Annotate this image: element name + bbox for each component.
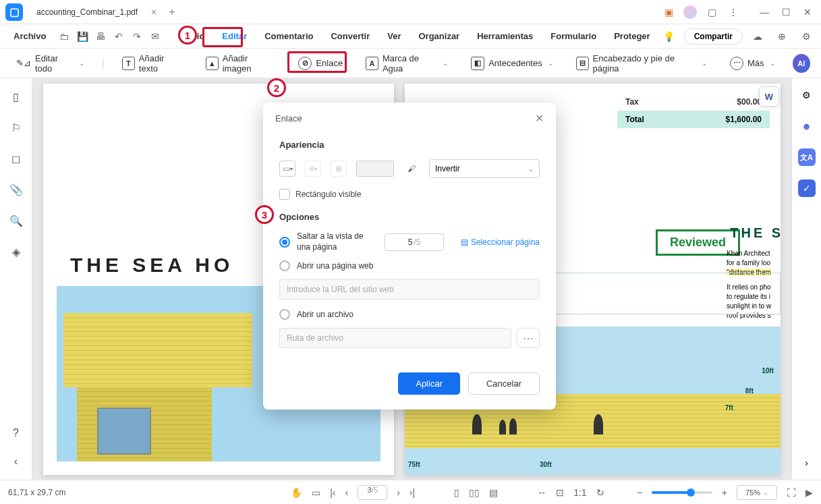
menu-ver[interactable]: Ver xyxy=(379,27,409,45)
width-input[interactable] xyxy=(356,161,394,177)
more-button[interactable]: ⋯ Más ⌄ xyxy=(725,53,781,74)
right-sidebar: ⚙ ☻ 文A ✓ › xyxy=(791,78,821,480)
translate-icon[interactable]: 文A xyxy=(798,148,816,166)
line-style-button[interactable]: ≡▾ xyxy=(305,161,321,177)
jump-page-option[interactable]: Saltar a la vista de una página 5/5 ▤ Se… xyxy=(279,231,540,252)
open-file-radio[interactable] xyxy=(279,309,290,320)
attachments-icon[interactable]: 📎 xyxy=(9,182,24,197)
next-page-icon[interactable]: › xyxy=(397,487,400,498)
help-icon[interactable]: ? xyxy=(9,426,24,441)
fit-page-icon[interactable]: ⊡ xyxy=(556,487,564,498)
thumbnails-icon[interactable]: ▯ xyxy=(9,89,24,104)
jump-page-radio[interactable] xyxy=(279,237,290,248)
properties-icon[interactable]: ⚙ xyxy=(798,86,816,104)
close-tab-icon[interactable]: × xyxy=(151,7,157,18)
single-page-icon[interactable]: ▯ xyxy=(454,487,459,498)
app-logo[interactable]: ▢ xyxy=(5,3,23,21)
actual-size-icon[interactable]: 1:1 xyxy=(573,487,586,498)
settings-icon[interactable]: ⚙ xyxy=(798,28,814,45)
undo-icon[interactable]: ↶ xyxy=(112,28,126,45)
zoom-slider[interactable] xyxy=(652,491,712,494)
menu-editar[interactable]: Editar xyxy=(214,27,255,45)
sync-icon[interactable]: ⊕ xyxy=(774,28,790,45)
hand-tool-icon[interactable]: ✋ xyxy=(291,487,302,498)
header-footer-button[interactable]: ⊟ Encabezado y pie de página ⌄ xyxy=(571,49,712,78)
ai-button[interactable]: AI xyxy=(793,54,810,73)
page-number-input[interactable]: 5/5 xyxy=(385,233,444,251)
rotate-icon[interactable]: ↻ xyxy=(596,487,604,498)
menu-proteger[interactable]: Proteger xyxy=(606,27,658,45)
minimize-button[interactable]: — xyxy=(756,4,772,20)
presentation-icon[interactable]: ▶ xyxy=(805,487,813,498)
zoom-select[interactable]: 75%⌄ xyxy=(737,485,777,500)
layers-icon[interactable]: ◈ xyxy=(9,244,24,259)
prev-page-icon[interactable]: ‹ xyxy=(345,487,349,498)
comments-icon[interactable]: ◻ xyxy=(9,151,24,166)
check-icon[interactable]: ✓ xyxy=(798,179,816,197)
add-text-button[interactable]: T Añadir texto xyxy=(117,49,188,78)
zoom-in-icon[interactable]: + xyxy=(722,487,727,498)
menu-archivo[interactable]: Archivo xyxy=(5,27,54,45)
save-icon[interactable]: 💾 xyxy=(75,28,89,45)
highlight-select[interactable]: Invertir ⌄ xyxy=(429,159,540,178)
zoom-out-icon[interactable]: − xyxy=(637,487,642,498)
continuous-icon[interactable]: ▯▯ xyxy=(469,487,480,498)
watermark-button[interactable]: A Marca de Agua ⌄ xyxy=(360,49,453,78)
more-icon[interactable]: ⋮ xyxy=(727,5,740,19)
cancel-button[interactable]: Cancelar xyxy=(468,372,540,395)
first-page-icon[interactable]: |‹ xyxy=(330,487,335,498)
search-icon[interactable]: 🔍 xyxy=(9,213,24,228)
page1-title: THE SEA HO xyxy=(70,254,233,277)
read-mode-icon[interactable]: ▤ xyxy=(489,487,498,498)
bookmarks-icon[interactable]: ⚐ xyxy=(9,120,24,135)
edit-all-button[interactable]: ✎⊿ Editar todo ⌄ xyxy=(11,49,90,78)
print-icon[interactable]: 🖶 xyxy=(94,28,108,45)
background-icon: ◧ xyxy=(471,57,484,70)
redo-icon[interactable]: ↷ xyxy=(130,28,144,45)
expand-right-icon[interactable]: › xyxy=(798,454,816,472)
menu-organizar[interactable]: Organizar xyxy=(410,27,468,45)
menu-herramientas[interactable]: Herramientas xyxy=(469,27,541,45)
open-file-option[interactable]: Abrir un archivo xyxy=(279,309,540,320)
select-page-link[interactable]: ▤ Seleccionar página xyxy=(461,237,540,247)
url-input[interactable]: Introduce la URL del sitio web xyxy=(279,279,540,300)
link-button[interactable]: ⊘ Enlace xyxy=(293,53,348,74)
chat-icon[interactable]: ▢ xyxy=(705,5,718,19)
user-avatar-icon[interactable] xyxy=(683,5,697,19)
visible-rect-checkbox[interactable] xyxy=(279,189,290,200)
open-web-option[interactable]: Abrir una página web xyxy=(279,260,540,271)
select-tool-icon[interactable]: ▭ xyxy=(312,487,320,498)
page-input[interactable]: 3/5 xyxy=(358,485,387,500)
ai-chat-icon[interactable]: ☻ xyxy=(798,117,816,135)
dialog-close-button[interactable]: ✕ xyxy=(535,112,544,125)
browse-file-button[interactable]: ⋯ xyxy=(517,328,540,348)
menu-comentario[interactable]: Comentario xyxy=(256,27,321,45)
add-image-button[interactable]: ▲ Añadir imagen xyxy=(200,49,281,78)
bulb-icon[interactable]: 💡 xyxy=(661,28,677,45)
mail-icon[interactable]: ✉ xyxy=(148,28,163,45)
new-tab-button[interactable]: + xyxy=(169,6,175,18)
share-button[interactable]: Compartir xyxy=(684,28,743,45)
line-width-button[interactable]: ≣ xyxy=(331,161,347,177)
cloud-icon[interactable]: ☁ xyxy=(749,28,766,45)
last-page-icon[interactable]: ›| xyxy=(409,487,415,498)
maximize-button[interactable]: ☐ xyxy=(778,4,794,20)
titlebar: ▢ accounting_Combinar_1.pdf × + ▣ ▢ ⋮ — … xyxy=(0,0,821,24)
color-button[interactable]: 🖌 xyxy=(403,161,420,177)
open-web-radio[interactable] xyxy=(279,260,290,271)
link-style-button[interactable]: ▭▾ xyxy=(279,161,295,177)
tax-label: Tax xyxy=(625,97,639,107)
fullscreen-icon[interactable]: ⛶ xyxy=(787,487,796,498)
menu-convertir[interactable]: Convertir xyxy=(322,27,378,45)
notification-icon[interactable]: ▣ xyxy=(662,5,675,19)
word-export-icon[interactable]: W xyxy=(759,86,779,107)
open-icon[interactable]: 🗀 xyxy=(57,28,71,45)
backgrounds-button[interactable]: ◧ Antecedentes ⌄ xyxy=(465,53,559,74)
fit-width-icon[interactable]: ↔ xyxy=(537,487,546,498)
apply-button[interactable]: Aplicar xyxy=(398,372,460,395)
close-window-button[interactable]: ✕ xyxy=(799,4,816,20)
collapse-left-icon[interactable]: ‹ xyxy=(9,454,24,469)
file-path-input[interactable]: Ruta de archivo xyxy=(279,328,511,348)
document-tab[interactable]: accounting_Combinar_1.pdf × xyxy=(28,4,165,20)
menu-formulario[interactable]: Formulario xyxy=(542,27,604,45)
